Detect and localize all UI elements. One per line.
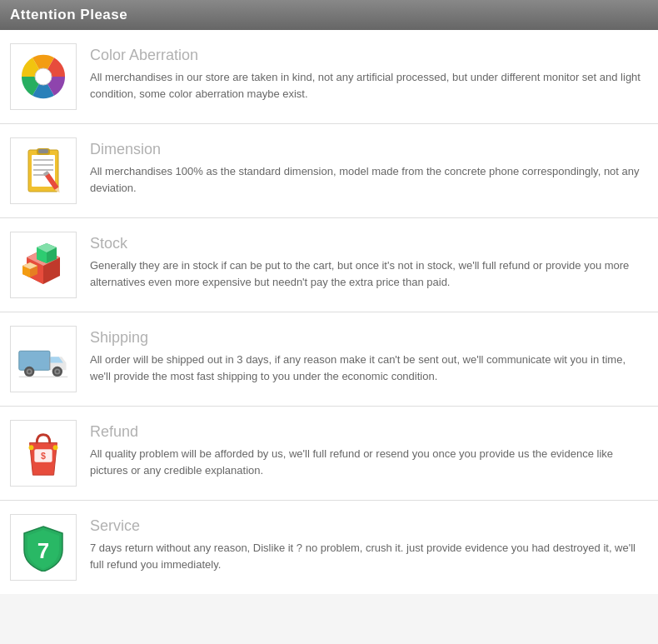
list-item: $ Refund All quality problem will be aff… (0, 407, 658, 501)
svg-point-23 (56, 370, 59, 373)
item-desc: 7 days return without any reason, Dislik… (90, 540, 648, 572)
icon-box (10, 137, 77, 204)
svg-point-28 (53, 445, 58, 450)
item-desc: All order will be shipped out in 3 days,… (90, 352, 648, 384)
item-title: Shipping (90, 329, 648, 347)
icon-box (10, 326, 77, 392)
item-content: Color Aberration All merchandises in our… (90, 43, 648, 102)
list-item: 7 Service 7 days return without any reas… (0, 501, 658, 594)
item-content: Dimension All merchandises 100% as the s… (90, 137, 648, 196)
icon-box: $ (10, 420, 77, 487)
service-icon: 7 (21, 523, 66, 572)
item-content: Service 7 days return without any reason… (90, 514, 648, 572)
item-content: Stock Generally they are in stock if can… (90, 232, 648, 290)
list-item: Stock Generally they are in stock if can… (0, 218, 658, 312)
item-desc: Generally they are in stock if can be pu… (90, 257, 648, 290)
list-item: Dimension All merchandises 100% as the s… (0, 124, 658, 218)
icon-box: 7 (10, 514, 77, 581)
icon-box (10, 43, 77, 110)
shipping-icon (17, 339, 69, 379)
list-item: Shipping All order will be shipped out i… (0, 312, 658, 407)
page-header: Attention Please (0, 0, 658, 30)
svg-rect-11 (38, 149, 48, 153)
dimension-icon (22, 147, 65, 195)
svg-text:7: 7 (37, 538, 49, 563)
svg-rect-15 (19, 351, 50, 370)
list-item: Color Aberration All merchandises in our… (0, 30, 658, 124)
item-title: Dimension (90, 141, 648, 158)
item-title: Stock (90, 235, 648, 252)
icon-box (10, 232, 77, 298)
item-title: Service (90, 517, 648, 535)
header-title: Attention Please (10, 7, 127, 22)
item-content: Shipping All order will be shipped out i… (90, 326, 648, 384)
item-title: Refund (90, 423, 648, 441)
svg-text:$: $ (41, 451, 46, 461)
item-desc: All merchandises in our store are taken … (90, 69, 648, 102)
item-desc: All quality problem will be afforded by … (90, 446, 648, 478)
svg-point-20 (27, 370, 31, 373)
items-container: Color Aberration All merchandises in our… (0, 30, 658, 594)
refund-icon: $ (21, 428, 66, 478)
stock-icon (18, 241, 68, 289)
item-title: Color Aberration (90, 47, 648, 64)
item-desc: All merchandises 100% as the standard di… (90, 163, 648, 196)
color-aberration-icon (20, 53, 67, 100)
item-content: Refund All quality problem will be affor… (90, 420, 648, 478)
svg-point-27 (29, 445, 34, 450)
